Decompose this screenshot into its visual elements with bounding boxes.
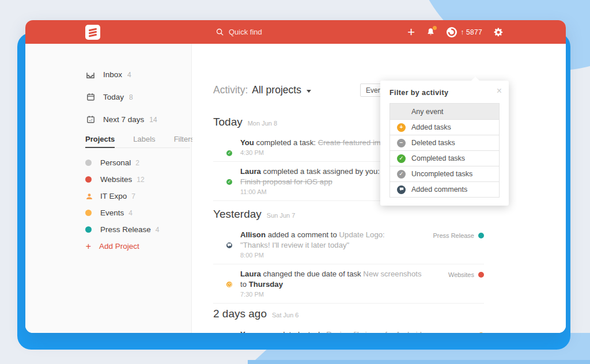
sidebar-item-today[interactable]: Today8	[85, 86, 183, 108]
project-tag-dot	[478, 272, 484, 278]
calendar-today-icon	[85, 92, 96, 103]
filter-option-label: Added tasks	[411, 123, 451, 131]
feed-item-line: Laura changed the due date of task New s…	[240, 269, 484, 279]
inbox-icon	[85, 70, 96, 80]
page-background: + ↑ 5877	[0, 0, 590, 364]
karma-indicator[interactable]: ↑ 5877	[447, 27, 482, 37]
tab-filters[interactable]: Filters	[174, 135, 194, 143]
todoist-logo[interactable]	[85, 25, 100, 40]
feed-item-project-tag: Websites	[448, 271, 484, 278]
calendar-next7-icon: +7	[85, 115, 96, 125]
feed-group-title: Yesterday	[213, 208, 262, 221]
sidebar-item-count: 4	[127, 71, 131, 79]
project-label: IT Expo	[100, 192, 127, 200]
feed-group-heading: YesterdaySun Jun 7	[213, 208, 484, 222]
feed-text-segment: completed a task:	[254, 138, 318, 147]
feed-item: Allison added a comment to Update Logo:"…	[213, 225, 484, 264]
project-count: 2	[135, 159, 139, 167]
feed-text-segment: "Thanks! I'll review it later today"	[240, 241, 349, 249]
feed-text-segment: You	[240, 330, 254, 333]
sidebar-tabs: ProjectsLabelsFilters	[85, 135, 190, 148]
feed-item-time: 7:30 PM	[240, 291, 484, 298]
filter-option-deleted-tasks[interactable]: −Deleted tasks	[390, 135, 499, 150]
filter-option-added-tasks[interactable]: +Added tasks	[390, 119, 499, 135]
feed-text-segment: You	[240, 138, 254, 147]
avatar	[213, 269, 232, 287]
popup-option-list: Any event+Added tasks−Deleted tasks✓Comp…	[389, 103, 500, 198]
add-project-label: Add Project	[99, 242, 139, 251]
filter-option-icon-placeholder	[397, 107, 406, 116]
comment-badge-icon	[225, 241, 233, 249]
project-label: Personal	[100, 158, 131, 167]
project-label: Websites	[100, 175, 132, 184]
sidebar-item-label: Next 7 days	[103, 115, 144, 124]
feed-text-segment: Laura	[240, 167, 261, 176]
activity-panel: Activity: All projects Everyone All acti…	[192, 44, 566, 333]
project-count: 4	[156, 226, 160, 234]
project-item-it-expo[interactable]: IT Expo7	[85, 188, 190, 204]
filter-option-added-comments[interactable]: Added comments	[390, 181, 499, 197]
filter-option-completed-tasks[interactable]: ✓Completed tasks	[390, 150, 499, 166]
project-item-events[interactable]: Events4	[85, 204, 190, 221]
feed-group-heading: 2 days agoSat Jun 6	[213, 308, 484, 321]
settings-gear-icon[interactable]	[493, 27, 504, 37]
top-bar: + ↑ 5877	[25, 20, 566, 44]
feed-text-segment: to	[240, 280, 249, 289]
minus-circle-icon: −	[397, 139, 406, 147]
decorative-strip-bottom	[248, 360, 590, 364]
filter-by-activity-popup: Filter by activity × Any event+Added tas…	[380, 81, 509, 206]
tab-projects[interactable]: Projects	[85, 135, 115, 143]
project-item-websites[interactable]: Websites12	[85, 171, 190, 188]
feed-group-date: Sat Jun 6	[272, 312, 298, 318]
filter-option-label: Completed tasks	[411, 154, 465, 162]
project-count: 4	[128, 209, 133, 217]
karma-icon	[447, 27, 457, 37]
feed-text-segment: completed a task assigned by you:	[261, 167, 380, 176]
feed-text-segment: Thursday	[249, 280, 283, 289]
plus-icon: +	[85, 241, 92, 252]
add-project-button[interactable]: +Add Project	[85, 238, 190, 255]
app-window: + ↑ 5877	[25, 20, 566, 333]
project-color-dot	[85, 176, 92, 183]
project-color-dot	[85, 226, 92, 233]
avatar: ✓	[213, 329, 232, 333]
sidebar-item-count: 14	[149, 116, 157, 124]
project-item-press-release[interactable]: Press Release4	[85, 221, 190, 238]
svg-text:+7: +7	[89, 119, 92, 122]
sidebar: Inbox4Today8+7Next 7 days14 ProjectsLabe…	[25, 44, 192, 333]
project-tag-label: Websites	[448, 271, 474, 278]
feed-group-date: Mon Jun 8	[248, 120, 277, 127]
project-tag-dot	[478, 233, 484, 238]
feed-item-content: Laura changed the due date of task New s…	[240, 269, 484, 298]
tab-labels[interactable]: Labels	[133, 135, 155, 143]
feed-text-segment: Laura	[240, 270, 261, 278]
feed-item-content: You uncompleted a task: Review file icon…	[240, 329, 484, 333]
sidebar-item-inbox[interactable]: Inbox4	[85, 63, 183, 86]
sidebar-item-label: Inbox	[103, 70, 122, 79]
close-icon[interactable]: ×	[497, 86, 502, 96]
sidebar-item-count: 8	[129, 93, 133, 101]
project-count: 12	[137, 176, 144, 184]
project-tag-dot	[478, 332, 484, 333]
notifications-icon[interactable]	[426, 27, 436, 37]
search-input[interactable]	[229, 28, 315, 36]
add-task-icon[interactable]: +	[407, 26, 415, 39]
project-label: Events	[100, 208, 124, 217]
shared-project-icon	[85, 192, 93, 200]
sidebar-item-next-7-days[interactable]: +7Next 7 days14	[85, 108, 183, 131]
clock-badge-icon	[225, 280, 233, 289]
feed-text-segment: Update Logo:	[339, 230, 385, 239]
feed-item-line: to Thursday	[240, 279, 484, 290]
filter-option-uncompleted-tasks[interactable]: ✓Uncompleted tasks	[390, 166, 499, 181]
filter-option-any-event[interactable]: Any event	[390, 104, 499, 119]
project-item-personal[interactable]: Personal2	[85, 154, 190, 171]
quick-find-search[interactable]	[215, 20, 315, 44]
filter-option-label: Deleted tasks	[411, 139, 455, 147]
avatar	[213, 230, 232, 248]
avatar: ✓	[213, 166, 232, 185]
sidebar-item-label: Today	[103, 93, 124, 101]
search-icon	[215, 28, 224, 36]
avatar: ✓	[213, 138, 232, 156]
check-badge-icon: ✓	[225, 149, 233, 157]
top-bar-icons: + ↑ 5877	[407, 20, 504, 44]
